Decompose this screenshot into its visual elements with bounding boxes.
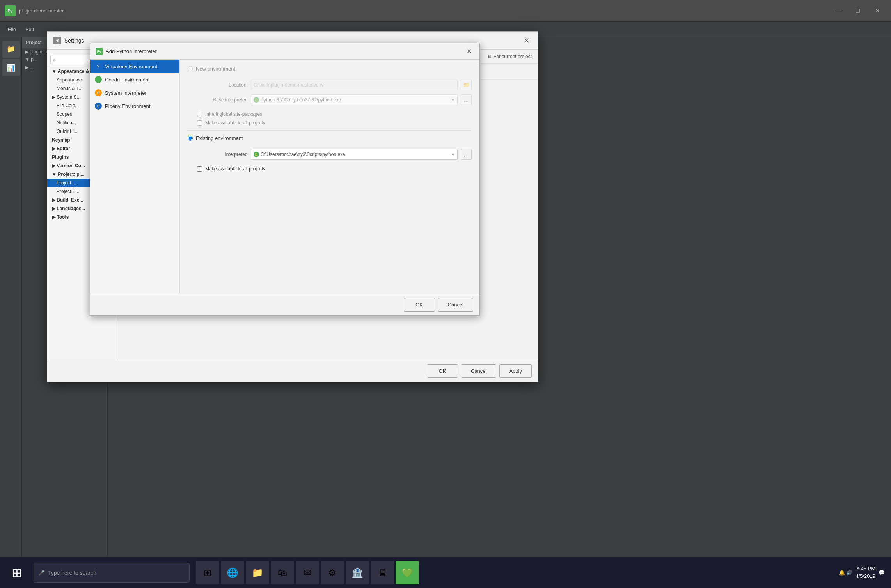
- taskbar-search[interactable]: 🎤 Type here to search: [34, 563, 190, 583]
- system-icon: P: [95, 89, 102, 96]
- new-env-radio-group: New environment: [188, 66, 472, 72]
- taskbar-app-2[interactable]: 📁: [246, 561, 269, 584]
- taskbar-app-3[interactable]: 🛍: [271, 561, 294, 584]
- pipenv-icon: P: [95, 103, 102, 110]
- make-available-existing-row: Make available to all projects: [197, 166, 472, 172]
- taskbar-app-8[interactable]: 💚: [396, 561, 419, 584]
- taskbar-app-0[interactable]: ⊞: [196, 561, 219, 584]
- maximize-button[interactable]: □: [849, 5, 867, 17]
- inherit-packages-label[interactable]: Inherit global site-packages: [205, 112, 262, 117]
- make-available-existing-checkbox[interactable]: [197, 166, 202, 172]
- taskbar-app-1[interactable]: 🌐: [221, 561, 244, 584]
- interpreter-browse-button[interactable]: …: [461, 149, 472, 160]
- existing-python-icon: 🐍: [254, 152, 259, 157]
- new-env-form: Location: 📁 Base interpreter: 🐍 Python 3…: [197, 80, 472, 105]
- ide-close-button[interactable]: ✕: [868, 5, 886, 17]
- taskbar: ⊞ 🎤 Type here to search ⊞ 🌐 📁 🛍 ✉ ⚙ 🏦 🖥 …: [0, 557, 891, 588]
- taskbar-search-text: Type here to search: [48, 570, 96, 576]
- taskbar-apps: ⊞ 🌐 📁 🛍 ✉ ⚙ 🏦 🖥 💚: [196, 561, 419, 584]
- dialog-body: V Virtualenv Environment Conda Environme…: [90, 60, 479, 294]
- new-env-radio[interactable]: [188, 66, 193, 71]
- ide-app-icon: Py: [5, 5, 16, 16]
- settings-apply-button[interactable]: Apply: [499, 364, 532, 378]
- section-divider: [188, 130, 472, 131]
- for-project-badge: 🖥 For current project: [487, 54, 532, 59]
- dropdown-chevron: ▼: [451, 98, 455, 102]
- existing-env-radio[interactable]: [188, 136, 193, 141]
- settings-ok-button[interactable]: OK: [427, 364, 458, 378]
- interpreter-row: Interpreter: 🐍 C:\Users\mcchae\py3\Scrip…: [197, 149, 472, 160]
- taskbar-app-6[interactable]: 🏦: [346, 561, 369, 584]
- dialog-title-text: Add Python Interpreter: [106, 48, 157, 54]
- dialog-title-icon: Py: [96, 48, 103, 55]
- settings-cancel-button[interactable]: Cancel: [461, 364, 496, 378]
- new-environment-section: New environment Location: 📁 Base interpr…: [188, 66, 472, 126]
- dialog-footer: OK Cancel: [90, 294, 479, 315]
- settings-close-button[interactable]: ✕: [521, 35, 532, 46]
- existing-env-radio-label[interactable]: Existing environment: [188, 135, 472, 141]
- left-panel: 📁 📊: [0, 37, 22, 557]
- ide-title-bar: Py plugin-demo-master ─ □ ✕: [0, 0, 891, 22]
- interpreter-dropdown[interactable]: 🐍 C:\Users\mcchae\py3\Scripts\python.exe…: [251, 149, 458, 160]
- base-interpreter-label: Base interpreter:: [197, 97, 248, 103]
- python-icon: 🐍: [254, 97, 259, 103]
- existing-env-radio-group: Existing environment: [188, 135, 472, 141]
- env-item-pipenv[interactable]: P Pipenv Environment: [90, 99, 179, 113]
- dialog-ok-button[interactable]: OK: [404, 298, 435, 312]
- dialog-close-button[interactable]: ✕: [464, 46, 474, 57]
- new-env-radio-label[interactable]: New environment: [188, 66, 472, 72]
- sidebar-project-icon[interactable]: 📁: [2, 41, 20, 58]
- add-interpreter-dialog: Py Add Python Interpreter ✕ V Virtualenv…: [90, 43, 480, 316]
- ide-background: Py plugin-demo-master ─ □ ✕ File Edit 📁 …: [0, 0, 891, 588]
- tray-clock: 6:45 PM 4/5/2019: [856, 565, 875, 579]
- menu-file[interactable]: File: [3, 25, 21, 34]
- taskbar-app-4[interactable]: ✉: [296, 561, 319, 584]
- ide-title-text: plugin-demo-master: [19, 8, 64, 14]
- taskbar-app-7[interactable]: 🖥: [371, 561, 394, 584]
- make-available-existing-label[interactable]: Make available to all projects: [205, 166, 265, 172]
- conda-icon: [95, 76, 102, 83]
- env-item-virtualenv[interactable]: V Virtualenv Environment: [90, 60, 179, 73]
- env-item-conda[interactable]: Conda Environment: [90, 73, 179, 86]
- make-available-new-label[interactable]: Make available to all projects: [205, 120, 265, 126]
- tray-time-text: 6:45 PM: [856, 565, 875, 572]
- settings-title-icon: ⚙: [53, 37, 61, 44]
- location-label: Location:: [197, 82, 248, 88]
- make-available-new-checkbox[interactable]: [197, 120, 202, 126]
- dialog-cancel-button[interactable]: Cancel: [438, 298, 473, 312]
- dialog-title-bar: Py Add Python Interpreter ✕: [90, 43, 479, 60]
- location-browse-button[interactable]: 📁: [461, 80, 472, 90]
- inherit-packages-checkbox[interactable]: [197, 112, 202, 117]
- notification-icon[interactable]: 💬: [879, 570, 885, 576]
- interpreter-label: Interpreter:: [197, 152, 248, 157]
- make-available-new-row: Make available to all projects: [197, 120, 472, 126]
- inherit-packages-row: Inherit global site-packages: [197, 112, 472, 117]
- start-button[interactable]: ⊞: [3, 559, 30, 586]
- menu-edit[interactable]: Edit: [21, 25, 39, 34]
- taskbar-search-mic-icon: 🎤: [39, 570, 45, 576]
- settings-footer: OK Cancel Apply: [47, 360, 538, 382]
- start-icon: ⊞: [12, 565, 22, 580]
- base-interpreter-dropdown[interactable]: 🐍 Python 3.7 C:\Python37-32\python.exe ▼: [251, 94, 458, 105]
- minimize-button[interactable]: ─: [829, 5, 847, 17]
- existing-env-form: Interpreter: 🐍 C:\Users\mcchae\py3\Scrip…: [197, 149, 472, 160]
- env-item-system[interactable]: P System Interpreter: [90, 86, 179, 99]
- tray-date-text: 4/5/2019: [856, 573, 875, 580]
- tray-icons: 🔔 🔊: [839, 570, 853, 576]
- base-interpreter-row: Base interpreter: 🐍 Python 3.7 C:\Python…: [197, 94, 472, 105]
- virtualenv-icon: V: [95, 63, 102, 70]
- env-config: New environment Location: 📁 Base interpr…: [180, 60, 479, 294]
- location-row: Location: 📁: [197, 80, 472, 90]
- base-interpreter-browse-button[interactable]: …: [461, 94, 472, 105]
- taskbar-tray: 🔔 🔊 6:45 PM 4/5/2019 💬: [839, 565, 891, 579]
- title-bar-controls: ─ □ ✕: [829, 5, 886, 17]
- location-input: [251, 80, 458, 90]
- env-list: V Virtualenv Environment Conda Environme…: [90, 60, 180, 294]
- settings-title-text: Settings: [64, 37, 84, 44]
- interpreter-dropdown-chevron: ▼: [451, 152, 455, 157]
- existing-environment-section: Existing environment Interpreter: 🐍 C:\U…: [188, 135, 472, 172]
- sidebar-structure-icon[interactable]: 📊: [2, 59, 20, 76]
- taskbar-app-5[interactable]: ⚙: [321, 561, 344, 584]
